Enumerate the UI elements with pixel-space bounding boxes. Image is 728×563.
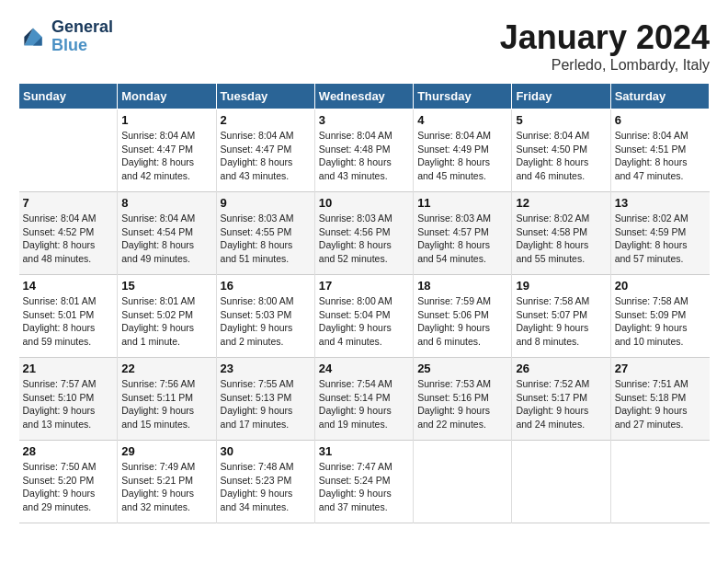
day-info: Sunrise: 8:03 AM Sunset: 4:55 PM Dayligh… — [221, 212, 311, 266]
day-number: 30 — [221, 444, 311, 458]
day-number: 29 — [121, 444, 211, 458]
day-info: Sunrise: 8:02 AM Sunset: 4:58 PM Dayligh… — [516, 212, 606, 266]
day-info: Sunrise: 7:53 AM Sunset: 5:16 PM Dayligh… — [417, 377, 507, 431]
day-number: 19 — [516, 279, 606, 293]
day-info: Sunrise: 8:03 AM Sunset: 4:56 PM Dayligh… — [319, 212, 409, 266]
day-info: Sunrise: 7:58 AM Sunset: 5:07 PM Dayligh… — [516, 294, 606, 349]
day-info: Sunrise: 7:56 AM Sunset: 5:11 PM Dayligh… — [121, 377, 211, 431]
day-number: 26 — [516, 362, 606, 375]
calendar-empty — [19, 109, 118, 192]
day-number: 16 — [221, 279, 311, 293]
day-number: 20 — [615, 279, 706, 293]
calendar-day-3: 3Sunrise: 8:04 AM Sunset: 4:48 PM Daylig… — [314, 109, 413, 192]
calendar-day-17: 17Sunrise: 8:00 AM Sunset: 5:04 PM Dayli… — [314, 275, 413, 358]
calendar-day-26: 26Sunrise: 7:52 AM Sunset: 5:17 PM Dayli… — [512, 358, 610, 441]
calendar-day-10: 10Sunrise: 8:03 AM Sunset: 4:56 PM Dayli… — [314, 192, 413, 275]
day-number: 3 — [319, 113, 409, 127]
calendar-day-8: 8Sunrise: 8:04 AM Sunset: 4:54 PM Daylig… — [118, 192, 216, 275]
day-number: 25 — [417, 362, 507, 375]
calendar-day-24: 24Sunrise: 7:54 AM Sunset: 5:14 PM Dayli… — [314, 358, 413, 441]
day-number: 13 — [615, 196, 706, 210]
day-number: 4 — [417, 113, 507, 127]
day-number: 7 — [23, 196, 114, 210]
day-number: 5 — [516, 113, 606, 127]
day-number: 23 — [221, 362, 311, 375]
calendar-day-12: 12Sunrise: 8:02 AM Sunset: 4:58 PM Dayli… — [512, 192, 610, 275]
calendar-day-4: 4Sunrise: 8:04 AM Sunset: 4:49 PM Daylig… — [414, 109, 512, 192]
header-sunday: Sunday — [19, 84, 118, 109]
day-number: 17 — [319, 279, 409, 293]
calendar-day-19: 19Sunrise: 7:58 AM Sunset: 5:07 PM Dayli… — [512, 275, 610, 358]
day-info: Sunrise: 7:54 AM Sunset: 5:14 PM Dayligh… — [319, 377, 409, 431]
calendar-week-row: 1Sunrise: 8:04 AM Sunset: 4:47 PM Daylig… — [19, 109, 710, 192]
header-monday: Monday — [118, 84, 216, 109]
day-info: Sunrise: 8:04 AM Sunset: 4:47 PM Dayligh… — [221, 129, 311, 183]
day-info: Sunrise: 8:04 AM Sunset: 4:50 PM Dayligh… — [516, 129, 606, 183]
day-info: Sunrise: 8:02 AM Sunset: 4:59 PM Dayligh… — [615, 212, 706, 266]
day-info: Sunrise: 8:00 AM Sunset: 5:03 PM Dayligh… — [221, 294, 311, 349]
day-number: 28 — [23, 444, 114, 458]
day-info: Sunrise: 7:50 AM Sunset: 5:20 PM Dayligh… — [23, 460, 114, 514]
logo: General Blue — [18, 18, 113, 55]
calendar-day-5: 5Sunrise: 8:04 AM Sunset: 4:50 PM Daylig… — [512, 109, 610, 192]
header-tuesday: Tuesday — [216, 84, 314, 109]
logo-icon — [18, 22, 48, 52]
day-number: 10 — [319, 196, 409, 210]
header-saturday: Saturday — [610, 84, 709, 109]
day-info: Sunrise: 8:01 AM Sunset: 5:02 PM Dayligh… — [121, 294, 211, 349]
calendar-day-18: 18Sunrise: 7:59 AM Sunset: 5:06 PM Dayli… — [414, 275, 512, 358]
day-info: Sunrise: 7:49 AM Sunset: 5:21 PM Dayligh… — [121, 460, 211, 514]
calendar-day-27: 27Sunrise: 7:51 AM Sunset: 5:18 PM Dayli… — [610, 358, 709, 441]
day-info: Sunrise: 7:58 AM Sunset: 5:09 PM Dayligh… — [615, 294, 706, 349]
calendar-day-6: 6Sunrise: 8:04 AM Sunset: 4:51 PM Daylig… — [610, 109, 709, 192]
day-info: Sunrise: 8:04 AM Sunset: 4:52 PM Dayligh… — [23, 212, 114, 266]
calendar-week-row: 7Sunrise: 8:04 AM Sunset: 4:52 PM Daylig… — [19, 192, 710, 275]
day-info: Sunrise: 7:55 AM Sunset: 5:13 PM Dayligh… — [221, 377, 311, 431]
day-number: 21 — [23, 362, 114, 375]
calendar-day-13: 13Sunrise: 8:02 AM Sunset: 4:59 PM Dayli… — [610, 192, 709, 275]
day-number: 27 — [615, 362, 706, 375]
calendar-empty — [512, 441, 610, 523]
day-info: Sunrise: 7:51 AM Sunset: 5:18 PM Dayligh… — [615, 377, 706, 431]
day-info: Sunrise: 8:01 AM Sunset: 5:01 PM Dayligh… — [23, 294, 114, 349]
calendar-day-31: 31Sunrise: 7:47 AM Sunset: 5:24 PM Dayli… — [314, 441, 413, 523]
logo-line2: Blue — [51, 36, 87, 54]
logo-name: General Blue — [51, 18, 113, 55]
day-number: 12 — [516, 196, 606, 210]
calendar-day-2: 2Sunrise: 8:04 AM Sunset: 4:47 PM Daylig… — [216, 109, 314, 192]
day-info: Sunrise: 8:04 AM Sunset: 4:54 PM Dayligh… — [121, 212, 211, 266]
header-friday: Friday — [512, 84, 610, 109]
day-info: Sunrise: 8:04 AM Sunset: 4:51 PM Dayligh… — [615, 129, 706, 183]
calendar-week-row: 14Sunrise: 8:01 AM Sunset: 5:01 PM Dayli… — [19, 275, 710, 358]
day-number: 31 — [319, 444, 409, 458]
day-info: Sunrise: 7:48 AM Sunset: 5:23 PM Dayligh… — [221, 460, 311, 514]
day-info: Sunrise: 8:04 AM Sunset: 4:47 PM Dayligh… — [121, 129, 211, 183]
calendar-day-16: 16Sunrise: 8:00 AM Sunset: 5:03 PM Dayli… — [216, 275, 314, 358]
day-number: 24 — [319, 362, 409, 375]
calendar-day-23: 23Sunrise: 7:55 AM Sunset: 5:13 PM Dayli… — [216, 358, 314, 441]
calendar-empty — [610, 441, 709, 523]
day-info: Sunrise: 8:04 AM Sunset: 4:49 PM Dayligh… — [417, 129, 507, 183]
calendar-empty — [414, 441, 512, 523]
calendar-day-21: 21Sunrise: 7:57 AM Sunset: 5:10 PM Dayli… — [19, 358, 118, 441]
calendar-week-row: 21Sunrise: 7:57 AM Sunset: 5:10 PM Dayli… — [19, 358, 710, 441]
calendar-table: SundayMondayTuesdayWednesdayThursdayFrid… — [18, 83, 710, 523]
day-info: Sunrise: 8:00 AM Sunset: 5:04 PM Dayligh… — [319, 294, 409, 349]
day-info: Sunrise: 7:47 AM Sunset: 5:24 PM Dayligh… — [319, 460, 409, 514]
day-number: 9 — [221, 196, 311, 210]
day-info: Sunrise: 8:03 AM Sunset: 4:57 PM Dayligh… — [417, 212, 507, 266]
title-block: January 2024 Perledo, Lombardy, Italy — [500, 18, 710, 74]
calendar-day-22: 22Sunrise: 7:56 AM Sunset: 5:11 PM Dayli… — [118, 358, 216, 441]
day-number: 2 — [221, 113, 311, 127]
calendar-day-25: 25Sunrise: 7:53 AM Sunset: 5:16 PM Dayli… — [414, 358, 512, 441]
calendar-header-row: SundayMondayTuesdayWednesdayThursdayFrid… — [19, 84, 710, 109]
day-number: 8 — [121, 196, 211, 210]
logo-line1: General — [51, 18, 113, 37]
calendar-day-1: 1Sunrise: 8:04 AM Sunset: 4:47 PM Daylig… — [118, 109, 216, 192]
calendar-day-28: 28Sunrise: 7:50 AM Sunset: 5:20 PM Dayli… — [19, 441, 118, 523]
day-number: 6 — [615, 113, 706, 127]
page-header: General Blue January 2024 Perledo, Lomba… — [18, 18, 710, 74]
calendar-day-20: 20Sunrise: 7:58 AM Sunset: 5:09 PM Dayli… — [610, 275, 709, 358]
day-number: 14 — [23, 279, 114, 293]
day-number: 15 — [121, 279, 211, 293]
